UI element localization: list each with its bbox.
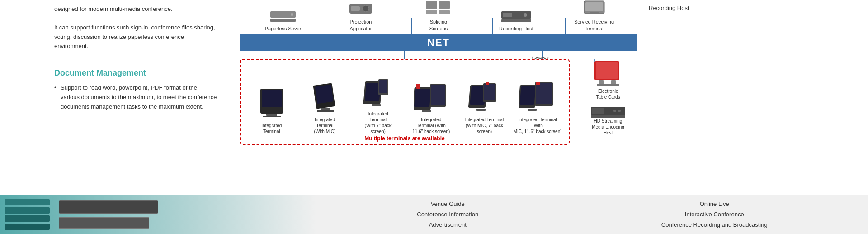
bottom-nav: Venue Guide Conference Information Adver… <box>316 197 868 232</box>
terminal-mic-116back-icon <box>519 81 556 117</box>
bottom-band: Venue Guide Conference Information Adver… <box>0 195 868 234</box>
terminal-5: Integrated Terminal(With MIC, 7" backscr… <box>459 81 509 134</box>
right-device-label: HD StreamingMedia EncodingHost <box>592 118 624 136</box>
device-projection: ProjectionApplicator <box>338 0 383 32</box>
terminal-label: Integrated Terminal(With MIC, 7" backscr… <box>465 117 504 134</box>
svg-rect-32 <box>263 116 281 117</box>
terminal-3: IntegratedTerminal(With 7" backscreen) <box>353 75 403 134</box>
svg-rect-31 <box>266 114 277 116</box>
svg-rect-16 <box>426 10 437 14</box>
storage-icon <box>5 199 50 230</box>
terminal-6: Integrated Terminal (WithMIC, 11.6" back… <box>513 81 562 134</box>
device-splicing: SplicingScreens <box>416 0 461 32</box>
server-icon <box>269 9 297 23</box>
hd-streaming-icon <box>590 105 626 118</box>
bullet-item: Support to read word, powerpoint, PDF fo… <box>54 83 217 111</box>
right-panel: Recording Host <box>642 0 868 195</box>
multiple-available-label: Multiple terminals are available <box>241 135 569 142</box>
terminal-plain-icon <box>258 86 285 123</box>
svg-rect-48 <box>422 110 431 112</box>
nav-item[interactable]: Venue Guide <box>417 201 478 207</box>
recording-host-label: Recording Host <box>649 5 689 11</box>
svg-point-10 <box>291 13 293 16</box>
svg-rect-13 <box>351 6 360 11</box>
nav-item[interactable]: Online Live <box>661 201 768 207</box>
rack-unit-1 <box>59 200 158 214</box>
terminal-1: IntegratedTerminal <box>247 86 297 134</box>
device-paperless-server: Paperless Sever <box>260 9 306 32</box>
svg-rect-19 <box>503 13 512 17</box>
svg-rect-67 <box>592 108 604 114</box>
right-devices: ElectronicTable Cards HD StreamingMedia … <box>576 59 640 140</box>
svg-rect-43 <box>414 89 431 107</box>
nav-item[interactable]: Conference Recording and Broadcasting <box>661 221 768 228</box>
svg-rect-36 <box>317 110 334 112</box>
electronic-table-cards: ElectronicTable Cards <box>576 59 640 100</box>
svg-rect-24 <box>590 12 599 14</box>
hd-streaming-host: HD StreamingMedia EncodingHost <box>576 105 640 136</box>
svg-rect-17 <box>439 10 450 14</box>
nav-item[interactable]: Conference Information <box>417 211 478 218</box>
svg-rect-62 <box>596 62 618 79</box>
recording-host-icon <box>500 9 532 23</box>
electronic-table-icon <box>592 59 624 88</box>
svg-rect-21 <box>501 19 531 22</box>
device-recording-host: Recording Host <box>494 9 539 32</box>
svg-rect-30 <box>262 90 282 107</box>
terminal-label: Integrated Terminal (WithMIC, 11.6" back… <box>513 117 562 134</box>
terminal-116back-icon <box>414 81 448 117</box>
diagram-area: Paperless Sever ProjectionApplicator <box>235 0 642 195</box>
nav-item[interactable]: Interactive Conference <box>661 211 768 218</box>
bottom-image-area <box>0 195 316 234</box>
section-title: Document Management <box>54 68 217 78</box>
service-terminal-icon <box>582 0 607 16</box>
rack-unit-2 <box>59 217 149 229</box>
svg-rect-52 <box>484 84 495 100</box>
terminals-row: IntegratedTerminal IntegratedTerminal(Wi… <box>241 60 569 137</box>
svg-point-68 <box>618 110 621 112</box>
svg-rect-34 <box>315 85 334 104</box>
svg-rect-59 <box>536 82 540 85</box>
svg-rect-14 <box>426 1 437 9</box>
terminal-7back-icon <box>363 75 393 111</box>
device-label: ProjectionApplicator <box>350 19 372 32</box>
svg-rect-40 <box>379 80 387 93</box>
svg-rect-60 <box>528 109 537 111</box>
splicing-icon <box>425 0 452 16</box>
svg-rect-53 <box>486 82 489 85</box>
svg-point-12 <box>363 5 369 12</box>
net-label: NET <box>427 37 450 48</box>
nav-item[interactable]: Advertisement <box>417 221 478 228</box>
terminal-label: IntegratedTerminal(With 7" backscreen) <box>365 111 392 134</box>
svg-rect-58 <box>536 83 552 104</box>
terminal-mic-7back-icon <box>468 81 500 117</box>
projector-icon <box>349 0 373 16</box>
terminal-label: IntegratedTerminal <box>261 123 282 134</box>
svg-rect-41 <box>372 104 381 106</box>
svg-rect-46 <box>431 85 445 105</box>
terminal-label: IntegratedTerminal (With11.6" back scree… <box>412 117 450 134</box>
svg-rect-15 <box>439 1 450 9</box>
nav-col-2: Online Live Interactive Conference Confe… <box>661 201 768 228</box>
svg-rect-56 <box>519 86 535 105</box>
svg-point-20 <box>524 13 527 17</box>
device-label: Paperless Sever <box>265 25 302 32</box>
dotted-box: IntegratedTerminal IntegratedTerminal(Wi… <box>240 59 570 145</box>
svg-rect-70 <box>591 115 625 118</box>
top-devices-row: Paperless Sever ProjectionApplicator <box>235 0 642 32</box>
intro-text2: It can support functions such sign-in, c… <box>54 23 217 51</box>
svg-rect-65 <box>597 84 619 86</box>
svg-rect-47 <box>416 84 420 87</box>
terminal-4: IntegratedTerminal (With11.6" back scree… <box>406 81 456 134</box>
svg-rect-54 <box>476 109 486 111</box>
svg-point-69 <box>613 110 616 112</box>
device-label: Recording Host <box>499 25 533 32</box>
intro-text: designed for modern multi-media conferen… <box>54 5 217 14</box>
svg-rect-9 <box>270 19 296 22</box>
right-device-label: ElectronicTable Cards <box>596 88 620 100</box>
left-panel: designed for modern multi-media conferen… <box>0 0 235 195</box>
device-service-terminal: Service ReceivingTerminal <box>571 0 617 32</box>
device-label: SplicingScreens <box>429 19 448 32</box>
net-bar: NET <box>240 34 637 51</box>
nav-col-1: Venue Guide Conference Information Adver… <box>417 201 478 228</box>
